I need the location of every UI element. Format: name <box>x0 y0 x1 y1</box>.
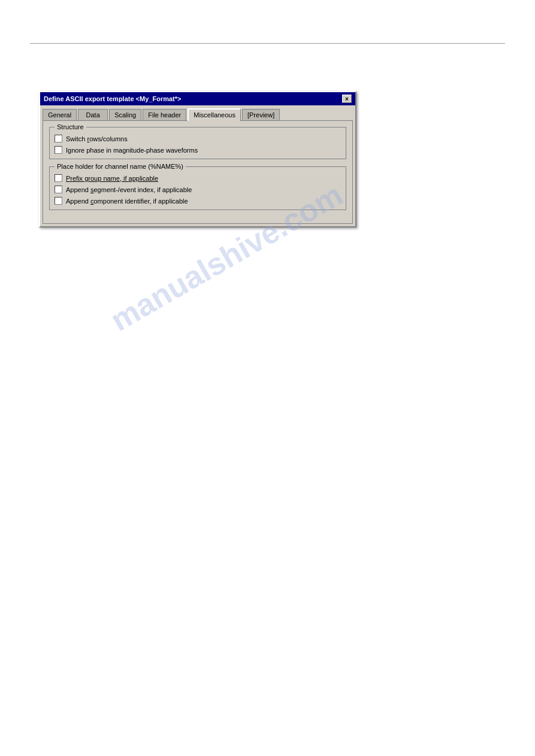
top-divider <box>30 43 505 44</box>
tab-content-miscellaneous: Structure Switch rows/columns Ignore pha… <box>43 120 353 224</box>
placeholder-group: Place holder for channel name (%NAME%) P… <box>49 166 346 210</box>
append-component-checkbox[interactable] <box>55 197 62 205</box>
placeholder-group-label: Place holder for channel name (%NAME%) <box>55 163 186 170</box>
tab-data[interactable]: Data <box>78 109 108 120</box>
structure-group-label: Structure <box>55 123 86 130</box>
ignore-phase-row: Ignore phase in magnitude-phase waveform… <box>55 146 341 154</box>
tab-scaling[interactable]: Scaling <box>109 109 141 120</box>
append-segment-event-checkbox[interactable] <box>55 186 62 193</box>
append-segment-event-row: Append segment-/event index, if applicab… <box>55 186 341 193</box>
append-component-row: Append component identifier, if applicab… <box>55 197 341 205</box>
switch-rows-cols-row: Switch rows/columns <box>55 135 341 142</box>
structure-group: Structure Switch rows/columns Ignore pha… <box>49 127 346 159</box>
tab-file-header[interactable]: File header <box>143 109 186 120</box>
switch-rows-cols-checkbox[interactable] <box>55 135 62 142</box>
append-segment-event-label: Append segment-/event index, if applicab… <box>66 186 192 193</box>
page-content: manualshive.com Define ASCII export temp… <box>0 0 535 756</box>
close-button[interactable]: × <box>342 95 352 103</box>
tab-bar: General Data Scaling File header Miscell… <box>40 105 355 120</box>
prefix-group-name-checkbox[interactable] <box>55 174 62 182</box>
append-component-label: Append component identifier, if applicab… <box>66 198 188 205</box>
ignore-phase-checkbox[interactable] <box>55 146 62 154</box>
dialog-window: Define ASCII export template <My_Format*… <box>39 91 356 227</box>
ignore-phase-label: Ignore phase in magnitude-phase waveform… <box>66 147 198 154</box>
tab-preview[interactable]: [Preview] <box>242 109 280 120</box>
switch-rows-cols-label: Switch rows/columns <box>66 135 128 142</box>
dialog-title: Define ASCII export template <My_Format*… <box>44 95 181 102</box>
tab-general[interactable]: General <box>43 109 77 120</box>
prefix-group-name-label: Prefix group name, if applicable <box>66 175 158 182</box>
dialog-titlebar: Define ASCII export template <My_Format*… <box>40 92 355 105</box>
prefix-group-name-row: Prefix group name, if applicable <box>55 174 341 182</box>
tab-miscellaneous[interactable]: Miscellaneous <box>188 108 241 121</box>
